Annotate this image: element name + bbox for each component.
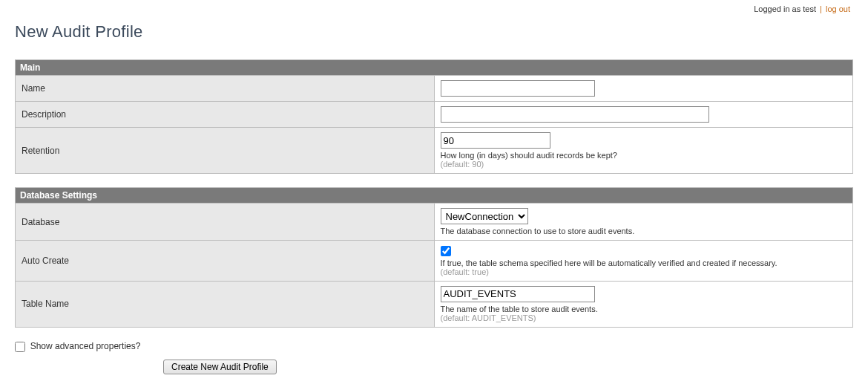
page-title: New Audit Profile bbox=[15, 22, 853, 42]
table-name-help: The name of the table to store audit eve… bbox=[441, 305, 847, 313]
table-name-input[interactable] bbox=[441, 286, 595, 302]
table-name-default: (default: AUDIT_EVENTS) bbox=[441, 313, 847, 322]
section-database-settings: Database Settings Database NewConnection… bbox=[15, 187, 853, 328]
topbar: Logged in as test | log out bbox=[15, 0, 853, 13]
retention-help: How long (in days) should audit records … bbox=[441, 151, 847, 160]
database-select[interactable]: NewConnection bbox=[441, 208, 528, 224]
label-database: Database bbox=[16, 204, 435, 241]
logout-link[interactable]: log out bbox=[826, 4, 850, 13]
topbar-separator: | bbox=[820, 4, 822, 13]
retention-input[interactable] bbox=[441, 132, 550, 149]
auto-create-default: (default: true) bbox=[441, 267, 847, 276]
section-main-heading: Main bbox=[16, 60, 853, 76]
description-input[interactable] bbox=[441, 106, 709, 123]
show-advanced-row: Show advanced properties? bbox=[15, 341, 853, 352]
auto-create-help: If true, the table schema specified here… bbox=[441, 258, 847, 267]
label-description: Description bbox=[16, 102, 435, 128]
show-advanced-checkbox[interactable] bbox=[15, 342, 25, 352]
section-main: Main Name Description Retention How long… bbox=[15, 59, 853, 174]
name-input[interactable] bbox=[441, 80, 595, 97]
auto-create-checkbox[interactable] bbox=[441, 246, 451, 256]
label-retention: Retention bbox=[16, 128, 435, 174]
label-name: Name bbox=[16, 76, 435, 102]
section-db-heading: Database Settings bbox=[16, 188, 853, 204]
label-auto-create: Auto Create bbox=[16, 241, 435, 282]
show-advanced-label: Show advanced properties? bbox=[30, 341, 141, 351]
retention-default: (default: 90) bbox=[441, 160, 847, 169]
label-table-name: Table Name bbox=[16, 281, 435, 327]
create-button[interactable]: Create New Audit Profile bbox=[163, 360, 277, 374]
database-help: The database connection to use to store … bbox=[441, 227, 847, 235]
logged-in-text: Logged in as test bbox=[754, 4, 816, 13]
